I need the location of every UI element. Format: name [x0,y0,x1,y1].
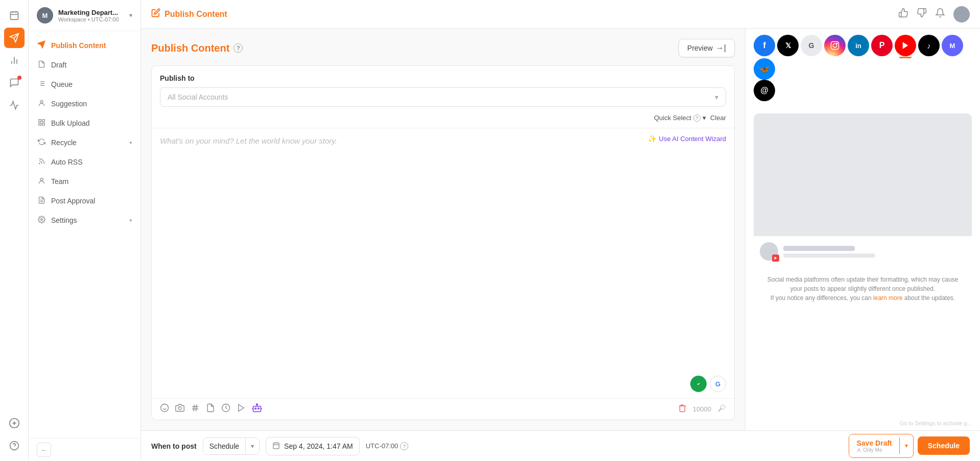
rail-help-icon[interactable] [4,435,25,456]
svg-rect-25 [38,123,40,125]
sidebar-item-publish-content[interactable]: Publish Content [29,35,141,55]
sidebar-item-auto-rss[interactable]: Auto RSS [29,152,141,172]
user-avatar[interactable] [953,6,970,22]
preview-avatar-row [760,242,966,261]
ai-wizard-button[interactable]: ✨ Use AI Content Wizard [648,134,727,143]
top-bar-pencil-icon [151,8,160,20]
platform-facebook[interactable]: f [754,35,775,56]
svg-point-58 [858,449,860,450]
svg-rect-46 [258,408,260,409]
rail-calendar-icon[interactable] [4,5,25,26]
thumbs-up-icon[interactable] [898,8,908,20]
sidebar-collapse-section: ← [29,438,141,461]
platform-bluesky[interactable]: 🦋 [754,58,775,80]
rail-add-icon[interactable] [4,413,25,433]
robot-icon[interactable] [252,403,262,416]
calendar-icon [272,442,280,451]
timezone-help-icon[interactable]: ? [400,442,408,450]
sidebar-item-bulk-upload[interactable]: Bulk Upload [29,113,141,133]
clock-icon[interactable] [221,403,230,415]
save-draft-arrow-icon[interactable]: ▾ [899,437,913,454]
sidebar-item-draft[interactable]: Draft [29,55,141,75]
quick-select-help-icon: ? [693,114,701,122]
grammarly-icon[interactable] [690,376,707,392]
platform-tiktok[interactable]: ♪ [918,35,940,56]
editor-format-icons: G [690,376,726,392]
platform-linkedin[interactable]: in [848,35,869,56]
preview-label: Preview [687,44,713,52]
svg-line-40 [196,404,197,411]
dropdown-chevron-icon: ▾ [715,93,718,101]
media-icon[interactable] [237,403,246,415]
recycle-arrow-icon: ▾ [129,140,132,146]
save-draft-label: Save Draft [856,439,892,447]
rail-chat-icon[interactable] [4,73,25,93]
platform-pinterest[interactable]: P [871,35,893,56]
sidebar-label-queue: Queue [51,80,73,88]
schedule-select[interactable]: Schedule ▾ [203,437,260,455]
preview-arrow-icon: →| [716,43,726,53]
svg-point-27 [39,163,39,164]
rail-analytics-icon[interactable] [4,50,25,71]
sidebar-item-team[interactable]: Team [29,172,141,191]
activate-watermark: Go to Settings to activate p... [745,416,980,430]
emoji-icon[interactable] [160,403,169,415]
platform-mastodon[interactable]: M [942,35,963,56]
workspace-selector[interactable]: M Marketing Depart... Workspace • UTC-07… [29,0,141,31]
sidebar-nav: Publish Content Draft Queue Suggestion B… [29,31,141,438]
publish-to-section: Publish to All Social Accounts ▾ [152,66,734,114]
sidebar-collapse-button[interactable]: ← [37,443,51,457]
platform-instagram[interactable] [824,35,846,56]
sidebar-item-suggestion[interactable]: Suggestion [29,94,141,113]
sidebar-item-settings[interactable]: Settings ▾ [29,211,141,230]
hashtag-icon[interactable] [191,403,200,415]
svg-rect-45 [255,408,256,409]
date-picker[interactable]: Sep 4, 2024, 1:47 AM [266,437,360,455]
save-draft-main[interactable]: Save Draft Only Me [849,434,899,457]
rail-stats-icon[interactable] [4,95,25,116]
bell-icon[interactable] [935,8,945,20]
editor-area[interactable]: What's on your mind? Let the world know … [152,128,734,398]
magic-wand-icon[interactable] [717,404,726,415]
sidebar-item-recycle[interactable]: Recycle ▾ [29,133,141,152]
quick-select-button[interactable]: Quick Select ? ▾ [654,114,706,122]
preview-button[interactable]: Preview →| [679,39,735,57]
delete-icon[interactable] [678,404,687,415]
workspace-avatar: M [37,7,53,24]
post-approval-icon [37,196,46,205]
camera-icon[interactable] [175,403,184,415]
sidebar-label-recycle: Recycle [51,139,77,147]
timezone-value: UTC-07:00 [366,442,399,450]
top-bar-title-text: Publish Content [165,10,227,19]
svg-rect-26 [42,123,44,125]
schedule-chevron-icon[interactable]: ▾ [245,439,259,454]
svg-point-31 [40,219,42,221]
when-to-post-label: When to post [151,442,197,450]
publish-help-icon[interactable]: ? [234,43,243,53]
google-icon[interactable]: G [710,376,726,392]
thumbs-down-icon[interactable] [917,8,927,20]
svg-rect-54 [273,443,279,448]
platform-threads[interactable]: @ [754,80,775,101]
sidebar-label-settings: Settings [51,216,77,224]
sidebar-item-post-approval[interactable]: Post Approval [29,191,141,211]
bottom-actions: Save Draft Only Me ▾ Schedule [849,434,970,458]
save-draft-button[interactable]: Save Draft Only Me ▾ [849,434,913,458]
learn-more-link[interactable]: learn more [873,294,902,302]
svg-point-28 [40,178,43,181]
accounts-dropdown[interactable]: All Social Accounts ▾ [160,87,726,107]
document-icon[interactable] [206,403,215,415]
sidebar-item-queue[interactable]: Queue [29,75,141,94]
char-count: 10000 [693,405,711,413]
schedule-button[interactable]: Schedule [918,436,970,455]
platform-google[interactable]: G [801,35,822,56]
rail-send-icon[interactable] [4,28,25,48]
clear-button[interactable]: Clear [710,114,726,122]
sidebar-label-suggestion: Suggestion [51,100,87,108]
settings-icon [37,216,46,225]
platform-twitter[interactable]: 𝕏 [777,35,799,56]
save-draft-sub: Only Me [856,447,892,453]
sidebar-label-post-approval: Post Approval [51,197,95,205]
platform-youtube[interactable] [895,35,916,56]
publish-header: Publish Content ? Preview →| [151,39,735,57]
